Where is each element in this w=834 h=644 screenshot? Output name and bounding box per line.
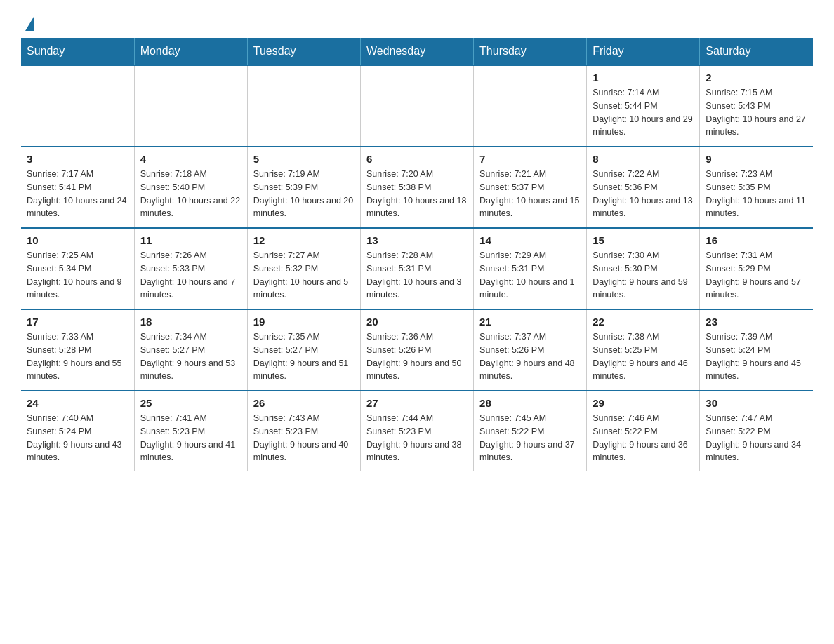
day-number: 9 — [706, 153, 807, 165]
day-number: 25 — [140, 397, 241, 409]
calendar-cell: 25Sunrise: 7:41 AMSunset: 5:23 PMDayligh… — [134, 391, 247, 471]
day-info: Sunrise: 7:15 AMSunset: 5:43 PMDaylight:… — [706, 86, 807, 139]
day-info: Sunrise: 7:46 AMSunset: 5:22 PMDaylight:… — [593, 412, 694, 464]
day-number: 30 — [706, 397, 807, 409]
calendar-cell: 26Sunrise: 7:43 AMSunset: 5:23 PMDayligh… — [247, 391, 360, 471]
calendar-cell: 2Sunrise: 7:15 AMSunset: 5:43 PMDaylight… — [700, 65, 813, 147]
day-number: 17 — [27, 316, 128, 328]
calendar-cell: 22Sunrise: 7:38 AMSunset: 5:25 PMDayligh… — [587, 309, 700, 391]
week-row-3: 10Sunrise: 7:25 AMSunset: 5:34 PMDayligh… — [21, 228, 813, 309]
day-number: 7 — [479, 153, 581, 165]
calendar-cell: 27Sunrise: 7:44 AMSunset: 5:23 PMDayligh… — [360, 391, 473, 471]
logo — [21, 14, 34, 31]
day-info: Sunrise: 7:47 AMSunset: 5:22 PMDaylight:… — [706, 412, 807, 464]
calendar-cell: 21Sunrise: 7:37 AMSunset: 5:26 PMDayligh… — [474, 309, 587, 391]
day-info: Sunrise: 7:30 AMSunset: 5:30 PMDaylight:… — [593, 249, 694, 302]
day-info: Sunrise: 7:28 AMSunset: 5:31 PMDaylight:… — [366, 249, 468, 302]
day-info: Sunrise: 7:21 AMSunset: 5:37 PMDaylight:… — [479, 168, 581, 220]
day-info: Sunrise: 7:43 AMSunset: 5:23 PMDaylight:… — [253, 412, 355, 464]
calendar-cell — [360, 65, 473, 147]
day-info: Sunrise: 7:19 AMSunset: 5:39 PMDaylight:… — [253, 168, 355, 220]
calendar-body: 1Sunrise: 7:14 AMSunset: 5:44 PMDaylight… — [21, 65, 813, 471]
day-info: Sunrise: 7:25 AMSunset: 5:34 PMDaylight:… — [27, 249, 128, 302]
calendar-cell: 4Sunrise: 7:18 AMSunset: 5:40 PMDaylight… — [134, 147, 247, 228]
day-number: 2 — [706, 72, 807, 83]
day-number: 14 — [479, 234, 581, 246]
day-info: Sunrise: 7:22 AMSunset: 5:36 PMDaylight:… — [593, 168, 694, 220]
day-info: Sunrise: 7:41 AMSunset: 5:23 PMDaylight:… — [140, 412, 241, 464]
day-info: Sunrise: 7:39 AMSunset: 5:24 PMDaylight:… — [706, 330, 807, 383]
header-monday: Monday — [134, 38, 247, 65]
calendar-cell: 23Sunrise: 7:39 AMSunset: 5:24 PMDayligh… — [700, 309, 813, 391]
page-header — [21, 14, 813, 31]
day-number: 29 — [593, 397, 694, 409]
calendar-cell: 14Sunrise: 7:29 AMSunset: 5:31 PMDayligh… — [474, 228, 587, 309]
day-info: Sunrise: 7:33 AMSunset: 5:28 PMDaylight:… — [27, 330, 128, 383]
calendar-cell: 28Sunrise: 7:45 AMSunset: 5:22 PMDayligh… — [474, 391, 587, 471]
day-number: 15 — [593, 234, 694, 246]
week-row-2: 3Sunrise: 7:17 AMSunset: 5:41 PMDaylight… — [21, 147, 813, 228]
day-number: 4 — [140, 153, 241, 165]
day-number: 8 — [593, 153, 694, 165]
calendar-cell: 24Sunrise: 7:40 AMSunset: 5:24 PMDayligh… — [21, 391, 134, 471]
calendar-cell: 3Sunrise: 7:17 AMSunset: 5:41 PMDaylight… — [21, 147, 134, 228]
day-number: 6 — [366, 153, 468, 165]
header-wednesday: Wednesday — [360, 38, 473, 65]
day-info: Sunrise: 7:20 AMSunset: 5:38 PMDaylight:… — [366, 168, 468, 220]
calendar-cell: 11Sunrise: 7:26 AMSunset: 5:33 PMDayligh… — [134, 228, 247, 309]
calendar-cell — [21, 65, 134, 147]
calendar-cell: 6Sunrise: 7:20 AMSunset: 5:38 PMDaylight… — [360, 147, 473, 228]
day-number: 11 — [140, 234, 241, 246]
header-sunday: Sunday — [21, 38, 134, 65]
day-info: Sunrise: 7:34 AMSunset: 5:27 PMDaylight:… — [140, 330, 241, 383]
header-friday: Friday — [587, 38, 700, 65]
header-thursday: Thursday — [474, 38, 587, 65]
calendar-cell — [247, 65, 360, 147]
calendar-cell: 12Sunrise: 7:27 AMSunset: 5:32 PMDayligh… — [247, 228, 360, 309]
day-number: 18 — [140, 316, 241, 328]
calendar-table: SundayMondayTuesdayWednesdayThursdayFrid… — [21, 38, 813, 471]
day-info: Sunrise: 7:27 AMSunset: 5:32 PMDaylight:… — [253, 249, 355, 302]
day-number: 23 — [706, 316, 807, 328]
day-number: 19 — [253, 316, 355, 328]
day-number: 10 — [27, 234, 128, 246]
day-info: Sunrise: 7:31 AMSunset: 5:29 PMDaylight:… — [706, 249, 807, 302]
calendar-cell: 19Sunrise: 7:35 AMSunset: 5:27 PMDayligh… — [247, 309, 360, 391]
calendar-cell: 15Sunrise: 7:30 AMSunset: 5:30 PMDayligh… — [587, 228, 700, 309]
day-info: Sunrise: 7:45 AMSunset: 5:22 PMDaylight:… — [479, 412, 581, 464]
calendar-cell: 7Sunrise: 7:21 AMSunset: 5:37 PMDaylight… — [474, 147, 587, 228]
day-number: 27 — [366, 397, 468, 409]
day-number: 21 — [479, 316, 581, 328]
calendar-header: SundayMondayTuesdayWednesdayThursdayFrid… — [21, 38, 813, 65]
calendar-cell — [134, 65, 247, 147]
header-saturday: Saturday — [700, 38, 813, 65]
calendar-cell: 1Sunrise: 7:14 AMSunset: 5:44 PMDaylight… — [587, 65, 700, 147]
calendar-cell: 8Sunrise: 7:22 AMSunset: 5:36 PMDaylight… — [587, 147, 700, 228]
day-info: Sunrise: 7:44 AMSunset: 5:23 PMDaylight:… — [366, 412, 468, 464]
calendar-cell — [474, 65, 587, 147]
calendar-cell: 9Sunrise: 7:23 AMSunset: 5:35 PMDaylight… — [700, 147, 813, 228]
day-number: 24 — [27, 397, 128, 409]
calendar-cell: 10Sunrise: 7:25 AMSunset: 5:34 PMDayligh… — [21, 228, 134, 309]
day-info: Sunrise: 7:40 AMSunset: 5:24 PMDaylight:… — [27, 412, 128, 464]
calendar-cell: 13Sunrise: 7:28 AMSunset: 5:31 PMDayligh… — [360, 228, 473, 309]
week-row-5: 24Sunrise: 7:40 AMSunset: 5:24 PMDayligh… — [21, 391, 813, 471]
calendar-cell: 18Sunrise: 7:34 AMSunset: 5:27 PMDayligh… — [134, 309, 247, 391]
day-number: 26 — [253, 397, 355, 409]
header-tuesday: Tuesday — [247, 38, 360, 65]
day-number: 28 — [479, 397, 581, 409]
day-info: Sunrise: 7:18 AMSunset: 5:40 PMDaylight:… — [140, 168, 241, 220]
day-info: Sunrise: 7:17 AMSunset: 5:41 PMDaylight:… — [27, 168, 128, 220]
calendar-cell: 29Sunrise: 7:46 AMSunset: 5:22 PMDayligh… — [587, 391, 700, 471]
day-info: Sunrise: 7:36 AMSunset: 5:26 PMDaylight:… — [366, 330, 468, 383]
calendar-cell: 20Sunrise: 7:36 AMSunset: 5:26 PMDayligh… — [360, 309, 473, 391]
day-info: Sunrise: 7:26 AMSunset: 5:33 PMDaylight:… — [140, 249, 241, 302]
day-number: 13 — [366, 234, 468, 246]
calendar-cell: 16Sunrise: 7:31 AMSunset: 5:29 PMDayligh… — [700, 228, 813, 309]
day-number: 12 — [253, 234, 355, 246]
day-info: Sunrise: 7:14 AMSunset: 5:44 PMDaylight:… — [593, 86, 694, 139]
day-number: 3 — [27, 153, 128, 165]
calendar-cell: 17Sunrise: 7:33 AMSunset: 5:28 PMDayligh… — [21, 309, 134, 391]
day-number: 16 — [706, 234, 807, 246]
day-info: Sunrise: 7:37 AMSunset: 5:26 PMDaylight:… — [479, 330, 581, 383]
